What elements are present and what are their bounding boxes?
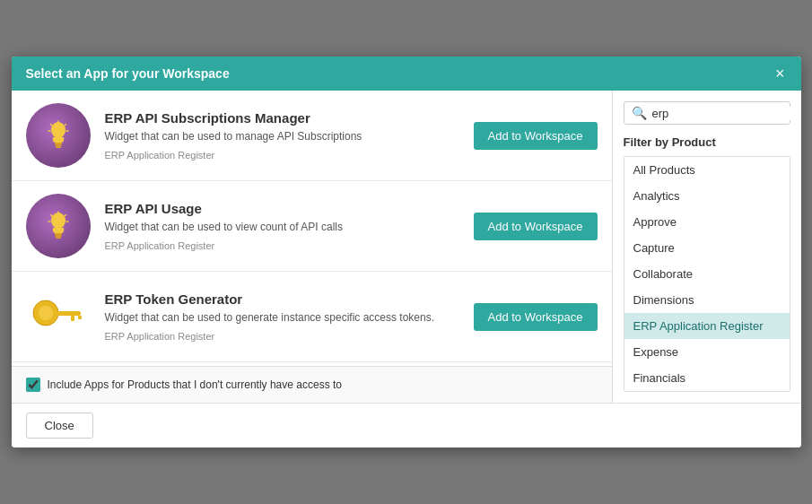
svg-point-21: [39, 306, 53, 320]
svg-rect-12: [55, 233, 62, 236]
close-button[interactable]: Close: [26, 413, 93, 439]
modal-title: Select an App for your Workspace: [26, 66, 230, 81]
modal: Select an App for your Workspace ×: [12, 56, 801, 448]
include-apps-label: Include Apps for Products that I don't c…: [48, 378, 342, 391]
app-name-3: ERP Token Generator: [105, 291, 459, 307]
left-panel: ERP API Subscriptions Manager Widget tha…: [12, 91, 613, 403]
include-apps-checkbox[interactable]: [26, 378, 40, 392]
app-info-1: ERP API Subscriptions Manager Widget tha…: [105, 110, 459, 161]
svg-rect-4: [56, 147, 61, 149]
filter-item-approve[interactable]: Approve: [624, 209, 790, 235]
filter-item-capture[interactable]: Capture: [624, 235, 790, 261]
app-info-3: ERP Token Generator Widget that can be u…: [105, 291, 459, 342]
filter-item-collaborate[interactable]: Collaborate: [624, 261, 790, 287]
app-info-2: ERP API Usage Widget that can be used to…: [105, 201, 459, 251]
svg-line-6: [50, 125, 52, 126]
app-description-1: Widget that can be used to manage API Su…: [105, 129, 459, 144]
svg-line-17: [65, 215, 66, 217]
app-icon-bulb-2: [26, 194, 91, 258]
app-source-1: ERP Application Register: [105, 150, 459, 161]
checkbox-row: Include Apps for Products that I don't c…: [12, 366, 612, 403]
svg-rect-22: [56, 311, 81, 316]
filter-item-analytics[interactable]: Analytics: [624, 183, 790, 209]
search-input[interactable]: [652, 107, 801, 120]
add-to-workspace-button-1[interactable]: Add to Workspace: [474, 122, 598, 150]
modal-body: ERP API Subscriptions Manager Widget tha…: [12, 91, 801, 403]
search-box: 🔍 ×: [624, 101, 790, 125]
add-to-workspace-button-3[interactable]: Add to Workspace: [474, 303, 598, 331]
filter-item-financials[interactable]: Financials: [624, 365, 790, 391]
svg-point-11: [51, 213, 65, 229]
modal-close-button[interactable]: ×: [773, 65, 787, 82]
modal-header: Select an App for your Workspace ×: [12, 56, 801, 91]
bulb-icon-2: [40, 208, 76, 244]
modal-footer: Close: [12, 403, 801, 448]
app-description-3: Widget that can be used to generate inst…: [105, 310, 459, 326]
svg-point-1: [51, 122, 65, 138]
right-panel: 🔍 × Filter by Product All Products Analy…: [613, 91, 801, 403]
app-item: ERP API Subscriptions Manager Widget tha…: [12, 91, 612, 181]
filter-item-dimensions[interactable]: Dimensions: [624, 287, 790, 313]
svg-line-16: [50, 215, 52, 217]
filter-label: Filter by Product: [624, 135, 790, 149]
key-icon: [26, 284, 91, 349]
app-icon-bulb-1: [26, 103, 91, 168]
app-description-2: Widget that can be used to view count of…: [105, 220, 459, 235]
filter-item-erp-app-reg[interactable]: ERP Application Register: [624, 313, 790, 339]
svg-rect-13: [55, 236, 61, 238]
app-item: ERP Token Generator Widget that can be u…: [12, 272, 612, 362]
svg-rect-2: [55, 143, 62, 145]
svg-rect-23: [71, 316, 74, 321]
app-name-2: ERP API Usage: [105, 201, 459, 216]
svg-rect-14: [56, 238, 61, 239]
modal-overlay: Select an App for your Workspace ×: [0, 0, 812, 504]
filter-item-expense[interactable]: Expense: [624, 339, 790, 365]
search-icon: 🔍: [632, 106, 647, 120]
svg-rect-24: [78, 316, 82, 319]
add-to-workspace-button-2[interactable]: Add to Workspace: [474, 213, 598, 240]
app-item: ERP API Usage Widget that can be used to…: [12, 181, 612, 272]
bulb-icon: [40, 117, 76, 153]
app-name-1: ERP API Subscriptions Manager: [105, 110, 459, 126]
filter-item-all-products[interactable]: All Products: [624, 157, 790, 183]
app-source-3: ERP Application Register: [105, 331, 459, 342]
svg-rect-3: [55, 145, 61, 147]
svg-line-7: [65, 125, 66, 126]
app-source-2: ERP Application Register: [105, 240, 459, 251]
filter-list: All Products Analytics Approve Capture C…: [624, 156, 790, 392]
app-list: ERP API Subscriptions Manager Widget tha…: [12, 91, 612, 366]
app-icon-key: [26, 284, 91, 349]
